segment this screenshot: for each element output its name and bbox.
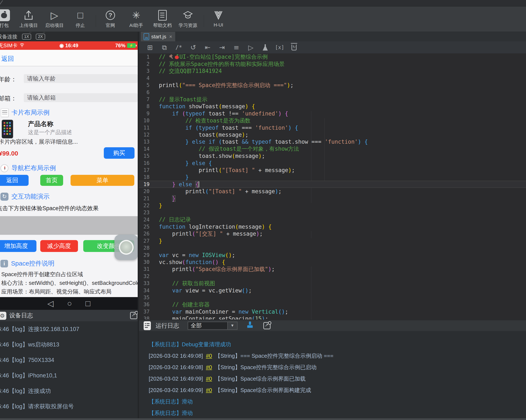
code-line-37[interactable]: 37 var mainContainer = new Vertical(); xyxy=(139,308,526,315)
chevron-down-icon[interactable]: ▼ xyxy=(227,322,237,329)
toolbar-item-hui[interactable]: H-UI xyxy=(205,9,232,30)
nav-back-button[interactable]: 返回 xyxy=(0,175,29,186)
code-line-27[interactable]: 27} xyxy=(139,237,526,244)
code-line-31[interactable]: 31 printl("Space综合示例界面已加载"); xyxy=(139,266,526,273)
run-log-entry: [2026-03-02 16:49:09]#0【String】Space综合示例… xyxy=(139,384,526,396)
run-log-expand-icon[interactable] xyxy=(263,322,271,329)
code-line-26[interactable]: 26 printl("[交互] " + message); xyxy=(139,230,526,237)
new-file-icon[interactable]: ⊞ xyxy=(146,43,154,52)
log-ref-link[interactable]: #0 xyxy=(206,353,212,359)
variables-icon[interactable]: [x] xyxy=(275,43,284,52)
code-line-19[interactable]: 19 } else { xyxy=(139,181,526,188)
code-line-23[interactable]: 23 xyxy=(139,209,526,216)
toolbar-item-upload[interactable]: 上传项目 xyxy=(15,9,42,30)
code-line-17[interactable]: 17 printl("[Toast] " + message); xyxy=(139,166,526,174)
code-line-12[interactable]: 12 toast(message); xyxy=(139,131,526,138)
clear-log-brush-icon[interactable] xyxy=(247,321,253,330)
code-line-33[interactable]: 33 // 获取当前视图 xyxy=(139,280,526,287)
nav-home-button[interactable]: 首页 xyxy=(40,175,63,186)
outdent-icon[interactable]: ⇤ xyxy=(203,43,212,52)
increase-height-button[interactable]: 增加高度 xyxy=(0,240,36,252)
comment-icon[interactable]: /* xyxy=(174,43,183,52)
code-line-22[interactable]: 22} xyxy=(139,202,526,209)
code-line-11[interactable]: 11 if (typeof toast === 'function') { xyxy=(139,124,526,131)
email-input[interactable]: 请输入邮箱 xyxy=(24,93,138,102)
code-line-28[interactable]: 28 xyxy=(139,245,526,252)
code-line-30[interactable]: 30vc.show(function() { xyxy=(139,258,526,266)
code-line-3[interactable]: 3// 交流QQ群711841924 xyxy=(139,68,526,75)
code-line-6[interactable]: 6 xyxy=(139,89,526,96)
gear-icon[interactable]: ⚙ xyxy=(0,312,6,320)
android-recents-icon[interactable]: □ xyxy=(86,299,91,308)
space-widget xyxy=(0,216,138,235)
code-line-13[interactable]: 13 } else if (toast && typeof toast.show… xyxy=(139,138,526,145)
phone-mirror-screen[interactable]: 无SIM卡 ◉ 16:49 76% ⚡ 返回 年龄： 请输入年龄 邮箱： 请输入… xyxy=(0,41,138,297)
code-line-29[interactable]: 29var vc = new IOSView(); xyxy=(139,252,526,258)
code-line-35[interactable]: 35 xyxy=(139,294,526,301)
copy-icon[interactable]: ⧉ xyxy=(160,43,169,52)
code-line-16[interactable]: 16 } else { xyxy=(139,160,526,166)
code-line-32[interactable]: 32 xyxy=(139,273,526,280)
toolbar-divider xyxy=(204,15,204,27)
toolbar-item-label: 上传项目 xyxy=(19,22,38,29)
code-line-36[interactable]: 36 // 创建主容器 xyxy=(139,301,526,308)
code-line-21[interactable]: 21 } xyxy=(139,195,526,202)
run-log-panel[interactable]: 【系统日志】Debug变量清理成功[2026-03-02 16:49:08]#0… xyxy=(139,331,526,418)
log-ref-link[interactable]: #0 xyxy=(206,376,212,382)
info-line: Space控件用于创建空白占位区域 xyxy=(1,271,83,278)
test-flask-icon[interactable] xyxy=(261,43,269,52)
buy-button[interactable]: 购买 xyxy=(104,147,134,159)
line-number: 31 xyxy=(139,266,150,272)
device-log-panel[interactable]: 6:46【log】连接192.168.10.1076:46【log】ws启动88… xyxy=(0,321,139,420)
undo-icon[interactable]: ↺ xyxy=(189,43,197,52)
code-line-15[interactable]: 15 toast.show(message); xyxy=(139,152,526,159)
format-icon[interactable]: ≡ xyxy=(232,43,241,52)
code-line-24[interactable]: 24// 日志记录 xyxy=(139,216,526,223)
assistive-touch-button[interactable] xyxy=(114,235,138,260)
android-home-icon[interactable]: ○ xyxy=(67,299,72,308)
toolbar-item-help-docs[interactable]: 帮助文档 xyxy=(149,9,176,30)
toolbar-item-website[interactable]: ?官网 xyxy=(97,9,124,30)
tab-start-js[interactable]: JS start.js × xyxy=(141,32,175,41)
log-ref-link[interactable]: #0 xyxy=(206,364,212,371)
code-line-2[interactable]: 2// 系统展示Space控件的所有功能和实际应用场景 xyxy=(139,60,526,67)
mirror-zoom-1x-button[interactable]: 1X xyxy=(22,34,31,40)
indent-icon[interactable]: ⇥ xyxy=(218,43,226,52)
code-line-10[interactable]: 10 // 检查toast是否为函数 xyxy=(139,117,526,124)
code-line-14[interactable]: 14 // 假设toast是一个对象，有show方法 xyxy=(139,145,526,152)
log-filter-select[interactable]: 全部 ▼ xyxy=(188,322,237,330)
toolbar-item-stop[interactable]: □停止 xyxy=(67,9,94,30)
code-line-18[interactable]: 18 } xyxy=(139,174,526,181)
android-back-icon[interactable]: ◁ xyxy=(47,299,53,308)
code-line-9[interactable]: 9 if (typeof toast !== 'undefined') { xyxy=(139,110,526,117)
nav-menu-button[interactable]: 菜单 xyxy=(71,175,134,186)
device-connect-label: 设备连接 xyxy=(0,33,17,40)
android-nav-bar: ◁ ○ □ xyxy=(0,297,138,310)
decrease-height-button[interactable]: 减少高度 xyxy=(40,240,78,252)
code-line-25[interactable]: 25function logInteraction(message) { xyxy=(139,223,526,230)
log-ref-link[interactable]: #0 xyxy=(206,387,212,393)
code-line-1[interactable]: 1// UI-空白站位[Space]完整综合示例 xyxy=(139,53,526,60)
code-line-34[interactable]: 34 var view = vc.getView(); xyxy=(139,287,526,294)
line-number: 12 xyxy=(139,132,150,138)
code-line-4[interactable]: 4 xyxy=(139,75,526,82)
toolbar-item-learning[interactable]: 学习资源 xyxy=(174,9,202,30)
line-number: 26 xyxy=(139,231,150,237)
toolbar-item-run-project[interactable]: ▷启动项目 xyxy=(41,9,68,30)
code-line-38[interactable]: 38 mainContainer.setSpacing(15); xyxy=(139,315,526,319)
phone-back-link[interactable]: 返回 xyxy=(1,54,14,63)
code-line-8[interactable]: 8function showToast(message) { xyxy=(139,103,526,110)
run-icon[interactable]: ▷ xyxy=(247,43,255,52)
code-line-20[interactable]: 20 printl("[Toast] " + message); xyxy=(139,188,526,195)
line-number: 34 xyxy=(139,287,150,294)
line-number: 37 xyxy=(139,309,150,315)
age-input[interactable]: 请输入年龄 xyxy=(24,74,138,83)
mirror-zoom-2x-button[interactable]: 2X xyxy=(36,34,45,40)
code-editor[interactable]: 1// UI-空白站位[Space]完整综合示例2// 系统展示Space控件的… xyxy=(139,53,526,319)
tab-close-icon[interactable]: × xyxy=(169,34,172,40)
clear-icon[interactable] xyxy=(290,43,298,52)
code-line-5[interactable]: 5printl("=== Space控件完整综合示例启动 ==="); xyxy=(139,82,526,89)
code-line-7[interactable]: 7// 显示Toast提示 xyxy=(139,96,526,103)
toolbar-item-ai-assistant[interactable]: ✳AI助手 xyxy=(122,9,150,30)
device-log-expand-icon[interactable] xyxy=(130,312,137,319)
